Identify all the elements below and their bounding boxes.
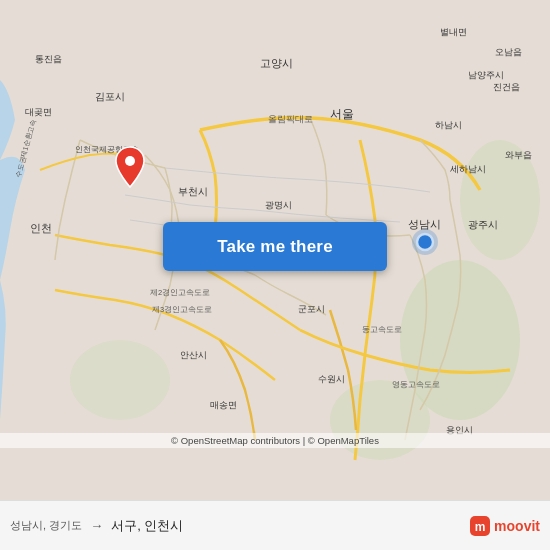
footer-bar: 성남시, 경기도 → 서구, 인천시 m moovit [0, 500, 550, 550]
origin-label: 성남시, 경기도 [10, 518, 82, 533]
svg-text:남양주시: 남양주시 [468, 70, 504, 80]
svg-text:오남읍: 오남읍 [495, 47, 522, 57]
svg-text:와부읍: 와부읍 [505, 150, 532, 160]
svg-text:광주시: 광주시 [468, 219, 498, 230]
svg-text:안산시: 안산시 [180, 350, 207, 360]
map-container: 통진읍 대곶면 김포시 인천국제공항고속 인천 부천시 고양시 올림픽대로 서울… [0, 0, 550, 500]
svg-text:세하남시: 세하남시 [450, 164, 486, 174]
svg-text:대곶면: 대곶면 [25, 107, 52, 117]
arrow-icon: → [90, 518, 103, 533]
svg-text:수원시: 수원시 [318, 374, 345, 384]
svg-text:m: m [475, 519, 486, 533]
take-me-there-button[interactable]: Take me there [163, 222, 387, 271]
svg-text:부천시: 부천시 [178, 186, 208, 197]
svg-text:성남시: 성남시 [408, 218, 441, 230]
moovit-brand-name: moovit [494, 518, 540, 534]
svg-point-35 [125, 156, 135, 166]
svg-text:하남시: 하남시 [435, 120, 462, 130]
svg-text:별내면: 별내면 [440, 27, 467, 37]
svg-text:매송면: 매송면 [210, 400, 237, 410]
svg-text:서울: 서울 [330, 107, 354, 121]
moovit-icon: m [469, 515, 491, 537]
map-credit: © OpenStreetMap contributors | © OpenMap… [0, 433, 550, 448]
moovit-logo: m moovit [469, 515, 540, 537]
svg-text:김포시: 김포시 [95, 91, 125, 102]
svg-text:제2경인고속도로: 제2경인고속도로 [150, 288, 210, 297]
svg-text:올림픽대로: 올림픽대로 [268, 114, 313, 124]
svg-text:고양시: 고양시 [260, 57, 293, 69]
svg-text:인천: 인천 [30, 222, 52, 234]
svg-text:군포시: 군포시 [298, 304, 325, 314]
destination-label: 서구, 인천시 [111, 517, 183, 535]
svg-text:진건읍: 진건읍 [493, 82, 520, 92]
svg-text:통진읍: 통진읍 [35, 54, 62, 64]
svg-text:동고속도로: 동고속도로 [362, 325, 402, 334]
svg-text:영동고속도로: 영동고속도로 [392, 380, 440, 389]
svg-text:광명시: 광명시 [265, 200, 292, 210]
svg-point-4 [70, 340, 170, 420]
svg-text:제3경인고속도로: 제3경인고속도로 [152, 305, 212, 314]
svg-point-37 [412, 229, 438, 255]
